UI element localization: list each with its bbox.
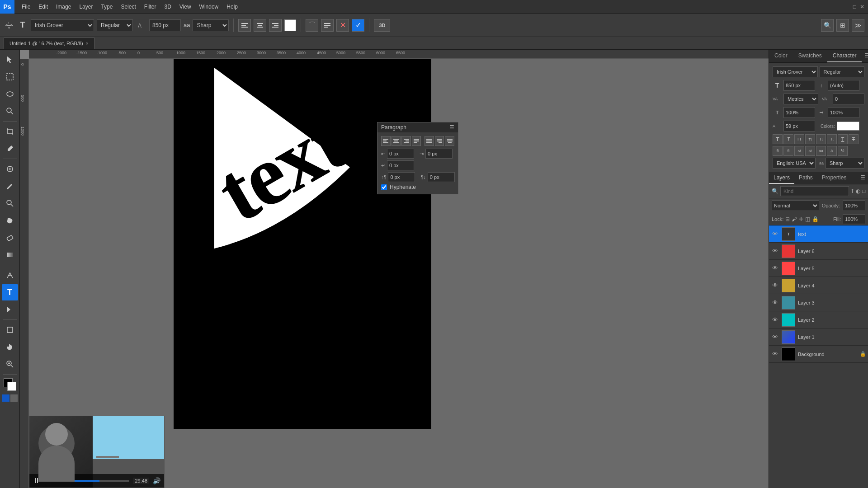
- history-brush-tool[interactable]: [2, 212, 18, 229]
- char-scale-h-input[interactable]: [783, 107, 815, 118]
- more-btn[interactable]: ≫: [852, 19, 864, 32]
- workspace-btn[interactable]: ⊞: [836, 19, 849, 32]
- lasso-tool[interactable]: [2, 86, 18, 102]
- document-tab[interactable]: Untitled-1 @ 16.7% (text, RGB/8) ×: [4, 38, 94, 49]
- text-tool[interactable]: T: [2, 284, 18, 300]
- layers-search-input[interactable]: [780, 186, 849, 196]
- layer-eye-1[interactable]: 👁: [771, 333, 779, 340]
- tab-character[interactable]: Character: [827, 50, 862, 62]
- char-font-style-select[interactable]: Regular: [820, 66, 865, 77]
- gradient-tool[interactable]: [2, 247, 18, 263]
- menu-window[interactable]: Window: [196, 2, 222, 12]
- char-small-caps[interactable]: Tt: [805, 134, 815, 144]
- lock-artboard-icon[interactable]: ◫: [805, 216, 810, 222]
- antialiasing-select[interactable]: Sharp: [193, 19, 229, 31]
- menu-filter[interactable]: Filter: [141, 2, 160, 12]
- layer-eye-bg[interactable]: 👁: [771, 351, 779, 357]
- char-discretionary-ligatures[interactable]: fi: [783, 146, 793, 156]
- cancel-btn[interactable]: ✕: [336, 19, 349, 32]
- para-justify-all[interactable]: [425, 136, 434, 146]
- fill-input[interactable]: [843, 214, 865, 224]
- filter-type-icon[interactable]: T: [851, 188, 854, 194]
- doc-tab-close[interactable]: ×: [86, 41, 89, 46]
- para-justify-center[interactable]: [445, 136, 454, 146]
- char-underline[interactable]: T: [838, 134, 848, 144]
- shape-tool[interactable]: [2, 322, 18, 338]
- para-first-indent-input[interactable]: [387, 160, 414, 170]
- tab-properties[interactable]: Properties: [817, 172, 851, 184]
- font-style-select[interactable]: Regular: [97, 19, 133, 31]
- quick-select-tool[interactable]: [2, 103, 18, 119]
- layer-6[interactable]: 👁 Layer 6: [769, 243, 868, 260]
- pen-tool[interactable]: [2, 267, 18, 283]
- layer-2[interactable]: 👁 Layer 2: [769, 311, 868, 328]
- align-right-btn[interactable]: [269, 19, 282, 32]
- spot-heal-tool[interactable]: [2, 161, 18, 177]
- eraser-tool[interactable]: [2, 230, 18, 246]
- menu-edit[interactable]: Edit: [35, 2, 52, 12]
- char-standard-ligatures[interactable]: fi: [773, 146, 783, 156]
- lock-position-icon[interactable]: ✛: [799, 216, 803, 222]
- font-family-select[interactable]: Irish Grover: [31, 19, 94, 31]
- layer-text[interactable]: 👁 T text: [769, 225, 868, 243]
- char-contextual[interactable]: ½: [838, 146, 848, 156]
- hyphenate-checkbox[interactable]: [381, 184, 387, 190]
- menu-help[interactable]: Help: [223, 2, 241, 12]
- screen-mode-btn[interactable]: [10, 394, 18, 402]
- tab-color[interactable]: Color: [769, 50, 793, 62]
- para-align-left[interactable]: [381, 136, 391, 146]
- layer-1[interactable]: 👁 Layer 1: [769, 328, 868, 346]
- crop-tool[interactable]: [2, 123, 18, 140]
- paragraph-menu-icon[interactable]: ☰: [449, 124, 454, 131]
- char-font-size-input[interactable]: [783, 80, 815, 91]
- char-subscript[interactable]: Tt: [827, 134, 837, 144]
- char-ordinals[interactable]: st: [805, 146, 815, 156]
- char-swash[interactable]: aa: [816, 146, 826, 156]
- tab-paths[interactable]: Paths: [794, 172, 817, 184]
- panel-top-menu[interactable]: ☰: [862, 50, 868, 62]
- filter-adj-icon[interactable]: ◐: [856, 188, 860, 194]
- menu-select[interactable]: Select: [117, 2, 139, 12]
- layer-eye-6[interactable]: 👁: [771, 248, 779, 254]
- layer-5[interactable]: 👁 Layer 5: [769, 260, 868, 277]
- eyedropper-tool[interactable]: [2, 141, 18, 157]
- commit-btn[interactable]: ✓: [352, 19, 364, 32]
- layer-eye-5[interactable]: 👁: [771, 265, 779, 272]
- char-scale-v-input[interactable]: [828, 107, 859, 118]
- layer-4[interactable]: 👁 Layer 4: [769, 277, 868, 294]
- layer-eye-text[interactable]: 👁: [771, 230, 779, 237]
- window-close[interactable]: ✕: [860, 4, 864, 10]
- menu-3d[interactable]: 3D: [160, 2, 175, 12]
- char-titling[interactable]: A: [827, 146, 837, 156]
- search-btn[interactable]: 🔍: [821, 19, 834, 32]
- filter-shape-icon[interactable]: □: [862, 188, 865, 194]
- layer-background[interactable]: 👁 Background 🔒: [769, 346, 868, 363]
- brush-tool[interactable]: [2, 178, 18, 194]
- char-color-swatch[interactable]: [837, 122, 859, 131]
- tab-layers[interactable]: Layers: [769, 172, 794, 184]
- char-language-select[interactable]: English: USA: [773, 158, 816, 169]
- menu-image[interactable]: Image: [52, 2, 75, 12]
- canvas-content[interactable]: text Paragraph ☰: [29, 59, 769, 488]
- para-space-before-input[interactable]: [388, 172, 415, 182]
- char-all-caps[interactable]: TT: [794, 134, 804, 144]
- align-left-btn[interactable]: [238, 19, 251, 32]
- volume-icon[interactable]: 🔊: [153, 477, 160, 484]
- opacity-input[interactable]: [843, 200, 865, 211]
- clone-stamp-tool[interactable]: [2, 195, 18, 211]
- char-font-family-select[interactable]: Irish Grover: [773, 66, 818, 77]
- layer-3[interactable]: 👁 Layer 3: [769, 294, 868, 311]
- text-color-swatch[interactable]: [284, 19, 296, 31]
- layer-eye-2[interactable]: 👁: [771, 316, 779, 323]
- para-align-center[interactable]: [392, 136, 401, 146]
- window-maximize[interactable]: □: [853, 4, 856, 10]
- menu-layer[interactable]: Layer: [75, 2, 96, 12]
- char-aa-select[interactable]: Sharp: [826, 158, 864, 169]
- char-superscript[interactable]: Tt: [816, 134, 826, 144]
- font-size-input[interactable]: [149, 19, 181, 31]
- char-faux-italic[interactable]: T: [783, 134, 793, 144]
- menu-file[interactable]: File: [18, 2, 34, 12]
- para-align-right[interactable]: [401, 136, 411, 146]
- window-minimize[interactable]: ─: [845, 4, 849, 10]
- menu-view[interactable]: View: [176, 2, 195, 12]
